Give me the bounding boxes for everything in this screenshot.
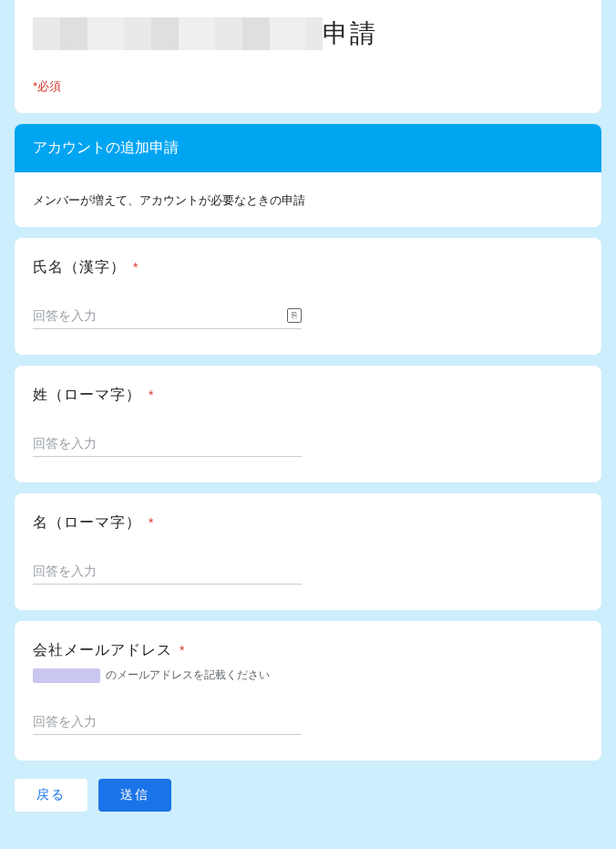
question-description-text: のメールアドレスを記載ください	[106, 668, 270, 683]
form-title-row: 申請	[33, 16, 583, 51]
form-title: 申請	[323, 16, 377, 51]
required-mark: *	[149, 515, 153, 530]
lastname-romaji-input[interactable]	[33, 430, 302, 456]
question-name-kanji: 氏名（漢字） * ⎘	[15, 238, 601, 355]
company-email-input[interactable]	[33, 709, 302, 734]
input-row	[33, 430, 302, 457]
firstname-romaji-input[interactable]	[33, 558, 302, 584]
question-description: のメールアドレスを記載ください	[33, 668, 583, 683]
required-note: *必須	[33, 78, 583, 95]
form-header: 申請 *必須	[15, 0, 601, 113]
input-row	[33, 709, 302, 735]
name-kanji-input[interactable]	[33, 303, 282, 328]
submit-button[interactable]: 送信	[98, 779, 171, 812]
question-lastname-romaji: 姓（ローマ字） *	[15, 366, 601, 482]
button-row: 戻る 送信	[15, 779, 601, 812]
input-row: ⎘	[33, 303, 302, 329]
section-title: アカウントの追加申請	[15, 124, 601, 172]
required-mark: *	[133, 260, 138, 274]
redacted-domain	[33, 668, 100, 683]
question-label: 氏名（漢字）	[33, 259, 126, 274]
back-button[interactable]: 戻る	[15, 779, 87, 812]
required-mark: *	[180, 643, 184, 657]
section-card: アカウントの追加申請 メンバーが増えて、アカウントが必要なときの申請	[15, 124, 601, 227]
autofill-icon[interactable]: ⎘	[287, 308, 302, 323]
question-company-email: 会社メールアドレス * のメールアドレスを記載ください	[15, 621, 601, 761]
section-description: メンバーが増えて、アカウントが必要なときの申請	[15, 172, 601, 227]
question-firstname-romaji: 名（ローマ字） *	[15, 493, 601, 610]
question-label: 会社メールアドレス	[33, 642, 172, 657]
question-label: 姓（ローマ字）	[33, 387, 141, 402]
redacted-title-prefix	[33, 17, 323, 50]
question-label: 名（ローマ字）	[33, 514, 141, 530]
input-row	[33, 558, 302, 585]
required-mark: *	[149, 388, 153, 402]
